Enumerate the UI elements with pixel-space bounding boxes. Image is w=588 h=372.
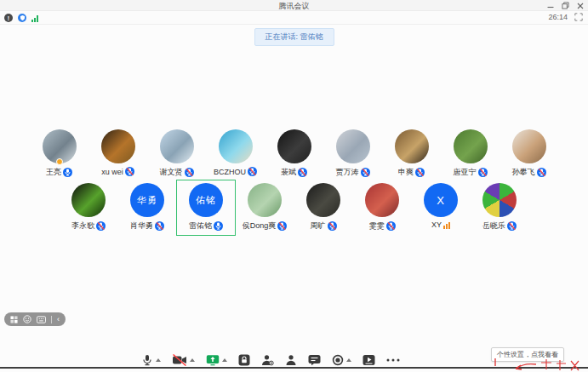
microphone-options-chevron[interactable]	[156, 358, 161, 362]
microphone-button[interactable]	[141, 354, 161, 366]
participant-tile[interactable]: 侯Dong爽	[236, 180, 294, 235]
keyboard-caption-icon[interactable]	[37, 316, 46, 323]
camera-off-icon	[172, 354, 187, 366]
participant-tile[interactable]: 孙攀飞	[500, 127, 558, 181]
mic-muted-icon	[328, 221, 337, 231]
participant-avatar	[454, 129, 488, 163]
mic-muted-icon	[507, 221, 517, 231]
participant-avatar: 佑铭	[189, 183, 223, 217]
manage-participants-button[interactable]	[261, 354, 274, 366]
participant-tile[interactable]: BCZHOU	[207, 127, 265, 181]
participant-tile[interactable]: 周旷	[294, 180, 352, 235]
manage-participants-icon	[261, 354, 274, 366]
participant-tile[interactable]: 王亮	[31, 127, 88, 181]
participant-label: 谢文贤	[160, 167, 194, 178]
participant-name: 孙攀飞	[512, 167, 535, 178]
share-screen-icon	[206, 354, 220, 366]
security-shield-icon[interactable]	[18, 14, 26, 22]
participant-label: 雯雯	[369, 220, 396, 232]
participant-name: 肖华勇	[130, 220, 153, 232]
record-button[interactable]	[332, 354, 351, 366]
chat-button[interactable]	[308, 354, 321, 366]
reaction-badge	[56, 158, 63, 165]
more-button[interactable]	[386, 358, 400, 362]
meeting-window: 腾讯会议 ! 26:14	[0, 0, 588, 372]
share-screen-button[interactable]	[206, 354, 227, 366]
apps-icon	[363, 354, 375, 366]
participant-label: BCZHOU	[214, 167, 257, 176]
meeting-info-icon[interactable]: !	[4, 14, 13, 22]
apps-button[interactable]	[363, 354, 375, 366]
emoji-smile-icon[interactable]	[23, 315, 31, 323]
participant-name: 雷佑铭	[189, 220, 212, 232]
quickbar-divider	[51, 316, 52, 323]
participant-name: 李永歌	[71, 220, 94, 232]
participant-tile[interactable]: 裴斌	[265, 127, 323, 181]
participant-tile[interactable]: 谢文贤	[148, 127, 206, 181]
fullscreen-icon[interactable]	[574, 13, 583, 21]
participant-name: 周旷	[311, 220, 326, 232]
mic-muted-icon	[386, 221, 396, 231]
mic-muted-icon	[155, 221, 164, 231]
participant-avatar: 华勇	[130, 183, 164, 217]
participant-label: xu wei	[101, 167, 134, 176]
participant-tile[interactable]: xu wei	[89, 127, 147, 181]
mic-muted-icon	[537, 168, 546, 177]
participant-tile[interactable]: 李永歌	[60, 180, 117, 235]
participant-label: 贾万涛	[336, 167, 370, 178]
participant-label: 岳晓乐	[482, 220, 517, 232]
participant-tile[interactable]: 申爽	[383, 127, 441, 181]
participant-name: 裴斌	[281, 167, 296, 178]
participant-name: BCZHOU	[214, 168, 246, 176]
participant-name: 侯Dong爽	[243, 220, 277, 232]
mic-muted-icon	[277, 221, 287, 231]
bottom-divider	[0, 367, 588, 369]
participant-label: 唐亚宁	[454, 167, 488, 178]
security-icon	[238, 354, 250, 366]
participant-label: 孙攀飞	[512, 167, 546, 178]
record-icon	[332, 354, 344, 366]
more-icon	[386, 358, 400, 362]
participant-label: 肖华勇	[130, 220, 164, 232]
close-icon[interactable]	[577, 3, 584, 9]
minimize-icon[interactable]	[547, 3, 554, 9]
participant-tile[interactable]: 佑铭雷佑铭	[177, 180, 235, 235]
settings-tooltip[interactable]: 个性设置，点我看看	[491, 347, 564, 362]
participant-name: xu wei	[101, 168, 123, 176]
participant-tile[interactable]: 华勇肖华勇	[118, 180, 176, 235]
participant-label: 申爽	[398, 167, 425, 178]
meeting-bar-right: 26:14	[548, 13, 583, 21]
mic-on-icon	[214, 221, 223, 231]
participant-tile[interactable]: 唐亚宁	[442, 127, 500, 181]
participant-avatar	[160, 129, 194, 163]
security-button[interactable]	[238, 354, 250, 366]
participant-avatar	[219, 129, 253, 163]
meeting-timer: 26:14	[548, 13, 568, 21]
quick-action-bar: ‹	[4, 312, 66, 326]
participant-label: 李永歌	[71, 220, 106, 232]
window-controls	[547, 0, 584, 11]
participant-name: 申爽	[398, 167, 414, 178]
network-signal-icon[interactable]	[31, 14, 38, 22]
layout-grid-icon[interactable]	[10, 316, 18, 323]
participant-name: XY	[431, 220, 442, 229]
restore-icon[interactable]	[562, 2, 569, 9]
invite-button[interactable]	[285, 354, 297, 366]
camera-off-button[interactable]	[172, 354, 195, 366]
share-screen-options-chevron[interactable]	[222, 358, 227, 362]
participant-tile[interactable]: 岳晓乐	[471, 180, 528, 235]
participant-tile[interactable]: XXY	[412, 180, 470, 235]
participant-avatar	[365, 183, 399, 217]
participant-tile[interactable]: 贾万涛	[324, 127, 382, 181]
participant-avatar	[248, 183, 282, 217]
participant-avatar	[306, 183, 340, 217]
camera-off-options-chevron[interactable]	[190, 358, 195, 362]
participant-name: 雯雯	[369, 220, 385, 232]
mic-muted-icon	[478, 168, 488, 177]
record-options-chevron[interactable]	[346, 358, 351, 362]
participant-avatar	[71, 183, 106, 217]
participant-tile[interactable]: 雯雯	[353, 180, 411, 235]
title-bar: 腾讯会议	[0, 0, 588, 11]
participant-name: 王亮	[46, 167, 61, 178]
collapse-chevron-icon[interactable]: ‹	[57, 316, 60, 323]
